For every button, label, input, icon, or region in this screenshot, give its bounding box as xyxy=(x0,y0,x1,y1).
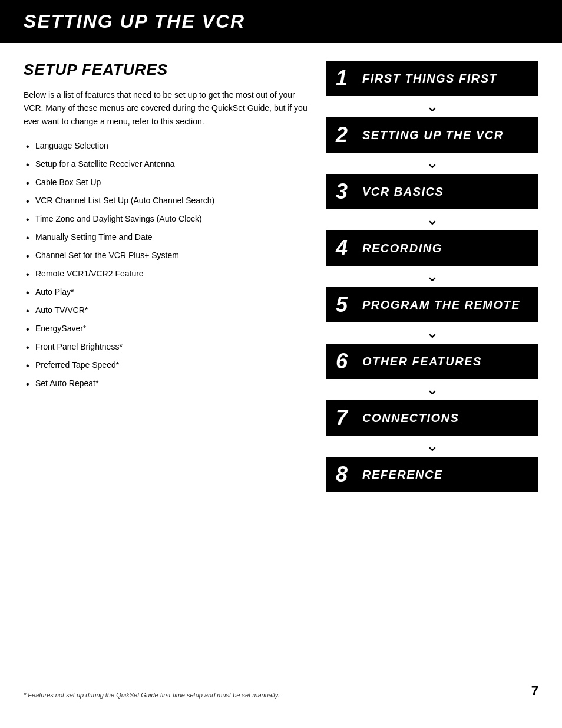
right-column: 1FIRST THINGS FIRST⌄2SETTING UP THE VCR⌄… xyxy=(326,61,538,493)
list-item: Auto TV/VCR* xyxy=(24,304,309,317)
page-header: SETTING UP THE VCR xyxy=(0,0,562,43)
list-item: Manually Setting Time and Date xyxy=(24,231,309,243)
step-item-6: 6OTHER FEATURES⌄ xyxy=(326,344,538,399)
list-item: Auto Play* xyxy=(24,286,309,298)
main-content: SETUP FEATURES Below is a list of featur… xyxy=(0,61,562,493)
step-bar-8: 8REFERENCE xyxy=(326,457,538,492)
step-label-8: REFERENCE xyxy=(362,468,443,482)
list-item: Setup for a Satellite Receiver Antenna xyxy=(24,158,309,170)
step-item-5: 5PROGRAM THE REMOTE⌄ xyxy=(326,287,538,342)
page-title: SETTING UP THE VCR xyxy=(24,11,538,32)
step-number-4: 4 xyxy=(336,238,356,259)
step-number-3: 3 xyxy=(336,181,356,202)
step-bar-7: 7CONNECTIONS xyxy=(326,400,538,436)
footnote: * Features not set up during the QuikSet… xyxy=(24,691,538,699)
step-bar-6: 6OTHER FEATURES xyxy=(326,344,538,379)
step-item-1: 1FIRST THINGS FIRST⌄ xyxy=(326,61,538,116)
list-item: VCR Channel List Set Up (Auto Channel Se… xyxy=(24,195,309,207)
list-item: Language Selection xyxy=(24,140,309,152)
step-item-2: 2SETTING UP THE VCR⌄ xyxy=(326,117,538,173)
step-bar-3: 3VCR BASICS xyxy=(326,174,538,209)
step-arrow-3: ⌄ xyxy=(326,209,538,229)
list-item: Channel Set for the VCR Plus+ System xyxy=(24,249,309,262)
step-arrow-4: ⌄ xyxy=(326,266,538,286)
step-item-8: 8REFERENCE xyxy=(326,457,538,492)
step-bar-5: 5PROGRAM THE REMOTE xyxy=(326,287,538,322)
step-arrow-5: ⌄ xyxy=(326,322,538,342)
step-number-1: 1 xyxy=(336,68,356,89)
step-label-1: FIRST THINGS FIRST xyxy=(362,72,497,85)
step-bar-1: 1FIRST THINGS FIRST xyxy=(326,61,538,96)
step-item-7: 7CONNECTIONS⌄ xyxy=(326,400,538,456)
list-item: Remote VCR1/VCR2 Feature xyxy=(24,268,309,280)
step-item-4: 4RECORDING⌄ xyxy=(326,230,538,286)
step-arrow-7: ⌄ xyxy=(326,436,538,456)
step-number-5: 5 xyxy=(336,294,356,315)
list-item: Cable Box Set Up xyxy=(24,176,309,189)
feature-list: Language SelectionSetup for a Satellite … xyxy=(24,140,309,390)
page-number: 7 xyxy=(531,683,538,699)
step-label-2: SETTING UP THE VCR xyxy=(362,129,504,142)
list-item: Front Panel Brightness* xyxy=(24,341,309,353)
step-arrow-2: ⌄ xyxy=(326,153,538,173)
step-label-5: PROGRAM THE REMOTE xyxy=(362,298,520,312)
step-bar-4: 4RECORDING xyxy=(326,230,538,266)
list-item: Time Zone and Daylight Savings (Auto Clo… xyxy=(24,213,309,225)
section-title: SETUP FEATURES xyxy=(24,61,309,79)
list-item: EnergySaver* xyxy=(24,322,309,335)
step-number-8: 8 xyxy=(336,464,356,485)
list-item: Preferred Tape Speed* xyxy=(24,359,309,371)
list-item: Set Auto Repeat* xyxy=(24,377,309,390)
step-number-7: 7 xyxy=(336,407,356,429)
step-number-2: 2 xyxy=(336,124,356,146)
step-label-4: RECORDING xyxy=(362,242,442,255)
step-item-3: 3VCR BASICS⌄ xyxy=(326,174,538,229)
step-number-6: 6 xyxy=(336,351,356,372)
step-label-3: VCR BASICS xyxy=(362,185,444,199)
step-label-6: OTHER FEATURES xyxy=(362,355,482,368)
step-bar-2: 2SETTING UP THE VCR xyxy=(326,117,538,153)
left-column: SETUP FEATURES Below is a list of featur… xyxy=(24,61,309,493)
step-arrow-6: ⌄ xyxy=(326,379,538,399)
step-arrow-1: ⌄ xyxy=(326,96,538,116)
intro-text: Below is a list of features that need to… xyxy=(24,88,309,128)
step-label-7: CONNECTIONS xyxy=(362,411,459,425)
